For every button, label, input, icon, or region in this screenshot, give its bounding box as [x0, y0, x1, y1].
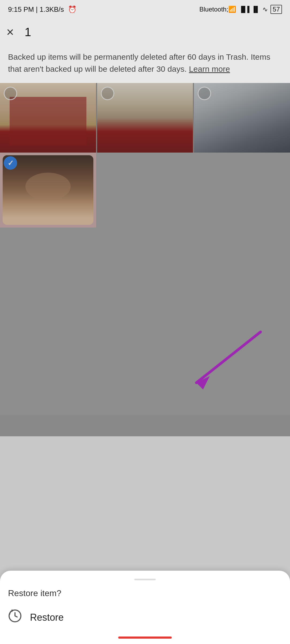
status-time-speed: 9:15 PM | 1.3KB/s ⏰ — [8, 5, 77, 14]
battery-icon: 57 — [270, 5, 282, 14]
restore-label: Restore — [30, 612, 64, 623]
select-circle-3[interactable] — [198, 87, 211, 100]
restore-icon — [8, 609, 22, 626]
nav-indicator — [118, 637, 172, 639]
info-area: Backed up items will be permanently dele… — [0, 46, 290, 83]
arrow-annotation — [175, 324, 269, 399]
empty-slot-1 — [97, 153, 193, 228]
signal-icon: ▐▌▌▐▌ — [239, 6, 260, 13]
alarm-icon: ⏰ — [68, 5, 77, 13]
svg-line-0 — [196, 332, 261, 383]
status-icons: Bluetooth;📶 ▐▌▌▐▌ ∿ 57 — [199, 5, 282, 14]
bottom-peek-area — [0, 415, 290, 436]
select-circle-1[interactable] — [4, 87, 17, 100]
restore-title: Restore item? — [8, 588, 282, 598]
photo-item-2[interactable] — [97, 83, 193, 153]
selected-count: 1 — [25, 25, 31, 39]
bluetooth-icon: Bluetooth;📶 — [199, 6, 236, 13]
photo-grid-row-2 — [0, 153, 290, 228]
photo-grid-row-1 — [0, 83, 290, 153]
wifi-icon: ∿ — [262, 6, 268, 13]
empty-slot-2 — [194, 153, 290, 228]
top-bar: × 1 — [0, 19, 290, 46]
select-circle-2[interactable] — [101, 87, 114, 100]
learn-more-link[interactable]: Learn more — [189, 65, 230, 73]
status-bar: 9:15 PM | 1.3KB/s ⏰ Bluetooth;📶 ▐▌▌▐▌ ∿ … — [0, 0, 290, 19]
main-content — [0, 83, 290, 436]
close-button[interactable]: × — [6, 26, 14, 39]
photo-item-3[interactable] — [194, 83, 290, 153]
bottom-sheet: Restore item? Restore — [0, 571, 290, 644]
photo-item-4[interactable] — [0, 153, 96, 228]
bottom-sheet-handle — [134, 579, 156, 580]
photo-item-1[interactable] — [0, 83, 96, 153]
select-circle-4[interactable] — [4, 156, 17, 170]
restore-option[interactable]: Restore — [8, 606, 282, 634]
info-text: Backed up items will be permanently dele… — [8, 51, 282, 75]
history-icon — [8, 609, 22, 623]
